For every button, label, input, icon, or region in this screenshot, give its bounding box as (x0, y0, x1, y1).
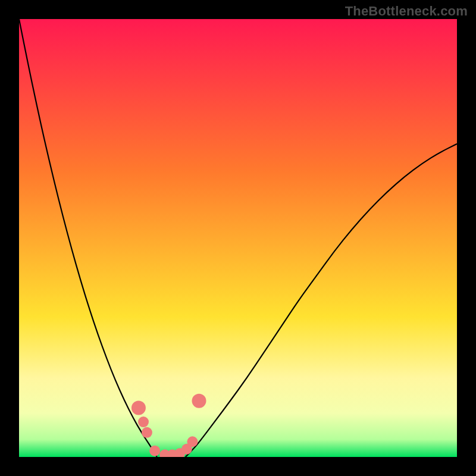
data-point (142, 427, 152, 438)
data-point (187, 436, 198, 447)
bottleneck-chart (19, 19, 457, 457)
data-point (131, 401, 146, 415)
data-point (149, 446, 160, 456)
plot-area (19, 19, 457, 457)
frame: TheBottleneck.com (0, 0, 476, 476)
watermark-text: TheBottleneck.com (345, 4, 468, 19)
data-point (138, 416, 149, 427)
data-point (192, 394, 206, 408)
